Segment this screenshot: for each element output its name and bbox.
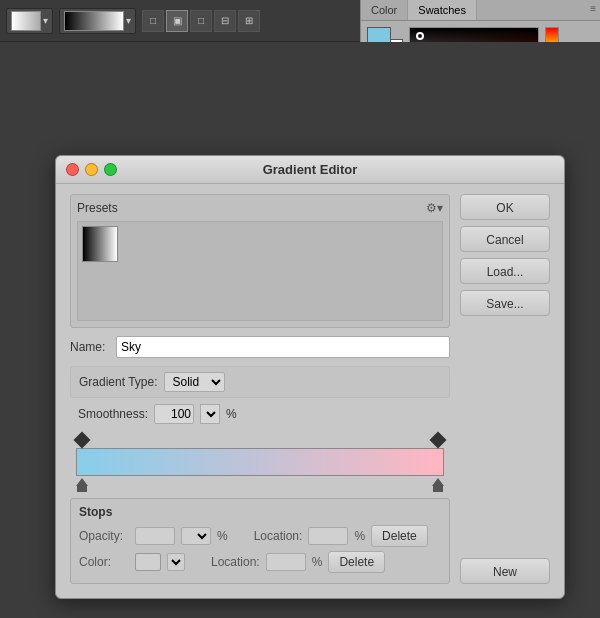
gradient-dropdown-arrow[interactable]: ▾ — [126, 15, 131, 26]
gradient-toolbar-item[interactable]: ▾ — [59, 8, 136, 34]
gradient-type-row: Gradient Type: Solid Noise — [70, 366, 450, 398]
color-stop-left[interactable] — [76, 478, 88, 492]
opacity-label: Opacity: — [79, 529, 129, 543]
color-panel-tabs: Color Swatches ≡ — [361, 0, 600, 21]
ok-button[interactable]: OK — [460, 194, 550, 220]
color-swatch-dropdown[interactable] — [167, 553, 185, 571]
color-stop-left-body — [77, 486, 87, 492]
gradient-type-label: Gradient Type: — [79, 375, 158, 389]
color-label: Color: — [79, 555, 129, 569]
opacity-location-unit: % — [354, 529, 365, 543]
window-controls — [66, 163, 117, 176]
minimize-button[interactable] — [85, 163, 98, 176]
smoothness-dropdown[interactable] — [200, 404, 220, 424]
color-stop-left-arrow — [76, 478, 88, 486]
dialog-title: Gradient Editor — [263, 162, 358, 177]
new-button[interactable]: New — [460, 558, 550, 584]
presets-section: Presets ⚙▾ — [70, 194, 450, 328]
color-stops-row — [76, 478, 444, 492]
presets-grid[interactable] — [77, 221, 443, 321]
smoothness-label: Smoothness: — [78, 407, 148, 421]
mode-icon-3[interactable]: □ — [190, 10, 212, 32]
color-row: Color: Location: % Delete — [79, 551, 441, 573]
mode-icons: □ ▣ □ ⊟ ⊞ — [142, 10, 260, 32]
color-location-input[interactable] — [266, 553, 306, 571]
close-button[interactable] — [66, 163, 79, 176]
panel-menu-icon[interactable]: ≡ — [590, 3, 596, 14]
smoothness-unit: % — [226, 407, 237, 421]
dialog-right-panel: OK Cancel Load... Save... New — [460, 194, 550, 584]
gradient-editor-dialog: Gradient Editor Presets ⚙▾ Name: Grad — [55, 155, 565, 599]
opacity-stop-right[interactable] — [430, 432, 447, 449]
color-stop-right-arrow — [432, 478, 444, 486]
gradient-type-select[interactable]: Solid Noise — [164, 372, 225, 392]
mode-icon-1[interactable]: □ — [142, 10, 164, 32]
opacity-delete-button[interactable]: Delete — [371, 525, 428, 547]
dialog-titlebar: Gradient Editor — [56, 156, 564, 184]
opacity-input[interactable] — [135, 527, 175, 545]
gradient-bar[interactable] — [76, 448, 444, 476]
presets-label: Presets — [77, 201, 118, 215]
tab-swatches[interactable]: Swatches — [408, 0, 477, 20]
mode-icon-2[interactable]: ▣ — [166, 10, 188, 32]
mode-icon-5[interactable]: ⊞ — [238, 10, 260, 32]
color-location-unit: % — [312, 555, 323, 569]
save-button[interactable]: Save... — [460, 290, 550, 316]
color-location-label: Location: — [211, 555, 260, 569]
load-button[interactable]: Load... — [460, 258, 550, 284]
tab-color[interactable]: Color — [361, 0, 408, 20]
swatch-preview — [11, 11, 41, 31]
swatch-toolbar-item[interactable]: ▾ — [6, 8, 53, 34]
presets-gear-icon[interactable]: ⚙▾ — [426, 201, 443, 215]
name-input[interactable] — [116, 336, 450, 358]
color-stop-right[interactable] — [432, 478, 444, 492]
gradient-bar-area — [70, 434, 450, 492]
gradient-preview — [64, 11, 124, 31]
preset-black-white[interactable] — [82, 226, 118, 262]
smoothness-input[interactable] — [154, 404, 194, 424]
color-delete-button[interactable]: Delete — [328, 551, 385, 573]
opacity-unit: % — [217, 529, 228, 543]
color-picker-dot — [416, 32, 424, 40]
maximize-button[interactable] — [104, 163, 117, 176]
stops-section: Stops Opacity: % Location: % Delete Colo… — [70, 498, 450, 584]
presets-header: Presets ⚙▾ — [77, 201, 443, 215]
mode-icon-4[interactable]: ⊟ — [214, 10, 236, 32]
opacity-location-label: Location: — [254, 529, 303, 543]
color-stop-right-body — [433, 486, 443, 492]
smoothness-row: Smoothness: % — [70, 404, 450, 424]
dialog-left-panel: Presets ⚙▾ Name: Gradient Type: Solid No… — [70, 194, 450, 584]
stops-header: Stops — [79, 505, 441, 519]
name-row: Name: — [70, 336, 450, 358]
cancel-button[interactable]: Cancel — [460, 226, 550, 252]
name-label: Name: — [70, 340, 110, 354]
opacity-location-input[interactable] — [308, 527, 348, 545]
opacity-stops-row — [76, 434, 444, 448]
dialog-body: Presets ⚙▾ Name: Gradient Type: Solid No… — [56, 184, 564, 598]
opacity-stop-left[interactable] — [74, 432, 91, 449]
opacity-row: Opacity: % Location: % Delete — [79, 525, 441, 547]
color-swatch-picker[interactable] — [135, 553, 161, 571]
opacity-dropdown[interactable] — [181, 527, 211, 545]
swatch-dropdown-arrow[interactable]: ▾ — [43, 15, 48, 26]
